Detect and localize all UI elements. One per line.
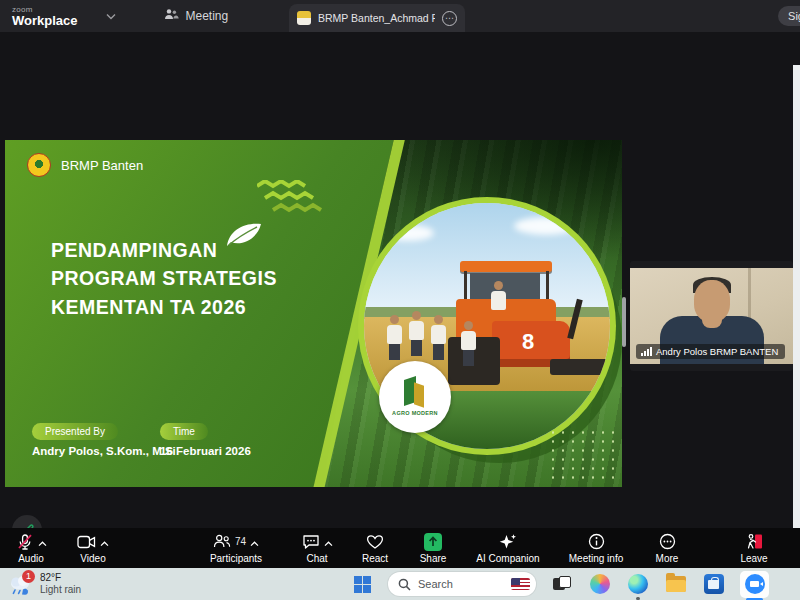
presentation-date: 16 Februari 2026 [160,445,251,457]
leave-door-icon [745,533,764,550]
meeting-people-icon [164,8,179,24]
meeting-info-button[interactable]: Meeting info [554,528,638,568]
ai-companion-button[interactable]: AI Companion [462,528,554,568]
muted-microphone-icon [16,533,34,551]
slide-title-line2: PROGRAM STRATEGIS [51,264,277,292]
tab-options-icon[interactable]: ⋯ [442,11,457,26]
video-options-caret[interactable] [100,533,109,551]
chat-bubble-icon [302,534,320,550]
agro-modern-badge: AGRO MODERN [379,361,451,433]
meeting-tab-label: Meeting [186,9,229,23]
more-button[interactable]: More [638,528,696,568]
participants-count: 74 [235,536,246,547]
participant-name-label: Andry Polos BRMP BANTEN [636,344,785,359]
react-button[interactable]: React [346,528,404,568]
edge-button[interactable] [625,572,650,597]
presenter-name: Andry Polos, S.Kom., M.Si [32,445,176,457]
dots-decoration [548,428,622,484]
weather-rain-icon: 1 [8,574,34,594]
presented-by-pill: Presented By [32,423,118,440]
meeting-info-label: Meeting info [569,553,623,564]
participant-name: Andry Polos BRMP BANTEN [656,346,778,357]
chat-button[interactable]: Chat [288,528,346,568]
audio-level-icon [641,347,652,356]
kementan-emblem-icon [27,153,51,177]
leave-label: Leave [740,553,767,564]
meeting-toolbar: Audio Video 74 Participants [0,528,800,568]
react-label: React [362,553,388,564]
microsoft-store-icon [704,574,724,594]
search-icon [398,578,411,591]
agro-modern-logo-icon [402,378,428,408]
shared-screen-slide: BRMP Banten PENDAMPINGAN PROGRAM STRATEG… [5,140,622,487]
scrollbar-thumb[interactable] [622,297,626,347]
harvester-number: 8 [522,329,534,355]
zigzag-decoration [257,180,337,220]
audio-button[interactable]: Audio [0,528,62,568]
zoom-app-icon [740,571,769,598]
copilot-button[interactable] [587,572,612,597]
participants-button[interactable]: 74 Participants [184,528,288,568]
ai-companion-label: AI Companion [476,553,539,564]
tab-meeting[interactable]: Meeting [164,8,229,24]
ai-sparkle-icon [498,533,518,551]
more-label: More [656,553,679,564]
us-flag-icon [511,578,530,590]
zoom-app-button[interactable] [739,572,770,597]
file-explorer-button[interactable] [663,572,688,597]
task-view-icon [553,576,571,592]
microsoft-store-button[interactable] [701,572,726,597]
slide-title-line1: PENDAMPINGAN [51,236,277,264]
video-camera-icon [77,535,96,549]
participants-label: Participants [210,553,262,564]
slide-title: PENDAMPINGAN PROGRAM STRATEGIS KEMENTAN … [51,236,277,321]
copilot-icon [590,574,610,594]
participant-face [694,280,730,322]
participants-icon [213,534,231,549]
chat-label: Chat [306,553,327,564]
share-button[interactable]: Share [404,528,462,568]
agro-modern-label: AGRO MODERN [392,410,438,416]
sign-in-button[interactable]: Sig [778,6,800,26]
share-screen-icon [424,533,442,551]
video-label: Video [80,553,105,564]
notification-badge: 1 [22,570,35,583]
edge-running-indicator [636,597,640,600]
file-explorer-icon [666,576,686,592]
brand-workplace-label: Workplace [12,14,78,27]
harvester-canopy [460,261,552,272]
zoom-title-bar: zoom Workplace Meeting BRMP Banten_Achma… [0,0,800,32]
meeting-window-tab[interactable]: BRMP Banten_Achmad Fauzan Az ⋯ [289,4,465,32]
weather-temperature: 82°F [40,572,81,585]
participants-options-caret[interactable] [250,533,259,551]
audio-label: Audio [18,553,44,564]
meeting-favicon [297,11,311,25]
time-pill: Time [160,423,208,440]
weather-condition: Light rain [40,584,81,597]
meeting-content-area: BRMP Banten PENDAMPINGAN PROGRAM STRATEG… [0,32,800,528]
audio-options-caret[interactable] [38,533,47,551]
info-icon [588,533,605,550]
leave-button[interactable]: Leave [722,528,786,568]
slide-title-line3: KEMENTAN TA 2026 [51,293,277,321]
org-name-label: BRMP Banten [61,158,143,173]
task-view-button[interactable] [549,572,574,597]
edge-browser-icon [628,574,648,594]
chat-options-caret[interactable] [324,533,333,551]
search-placeholder: Search [418,578,504,590]
background-window-edge [793,65,800,600]
windows-start-button[interactable] [350,572,375,597]
heart-icon [366,534,384,550]
participant-video-tile[interactable]: Andry Polos BRMP BANTEN [630,261,793,371]
windows-taskbar: 1 82°F Light rain Search [0,568,800,600]
chevron-down-icon[interactable] [106,11,116,22]
share-label: Share [420,553,447,564]
slide-org-header: BRMP Banten [27,153,143,177]
windows-logo-icon [354,576,371,593]
video-button[interactable]: Video [62,528,124,568]
taskbar-weather-widget[interactable]: 1 82°F Light rain [8,572,81,597]
zoom-workplace-brand[interactable]: zoom Workplace [12,6,116,27]
taskbar-search-box[interactable]: Search [388,572,536,596]
meeting-tab-title: BRMP Banten_Achmad Fauzan Az [318,12,435,24]
more-ellipsis-icon [659,533,676,550]
